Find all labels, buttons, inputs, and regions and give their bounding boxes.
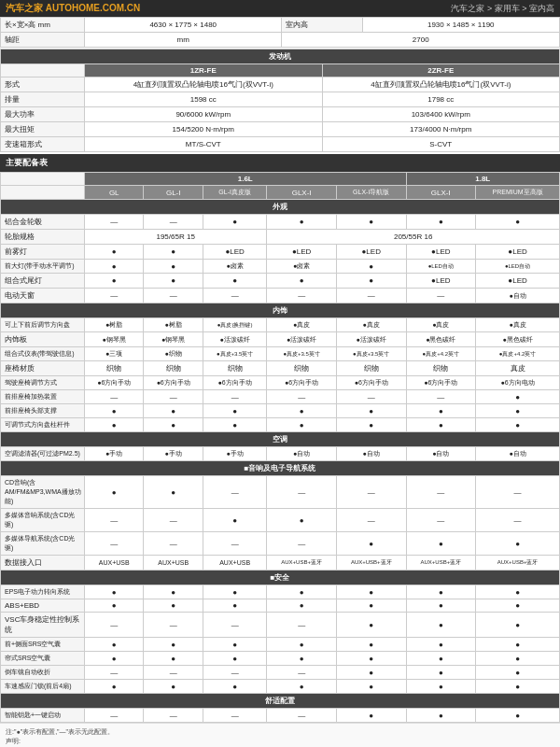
dim-label: 长×宽×高 mm (1, 18, 85, 33)
interior-dim-label: 室内高 (282, 18, 362, 33)
site-logo: 汽车之家 AUTOHOME.COM.CN (6, 2, 140, 15)
seat-material-label: 座椅材质 (1, 361, 85, 376)
rear-support-label: 前排座椅头部支撑 (1, 404, 85, 418)
wheelbase-label: 轴距 (1, 33, 85, 48)
seat-adj-label: 驾驶座椅调节方式 (1, 376, 85, 390)
vsc-label: VSC车身稳定性控制系统 (1, 613, 85, 638)
headlight-label: 前大灯(带手动水平调节) (1, 260, 85, 274)
nav-label: 多媒体导航系统(含CD光驱) (1, 532, 85, 556)
engine2-power: 103/6400 kW/rpm (322, 107, 560, 122)
eps-label: EPS电子动力转向系统 (1, 585, 85, 599)
engine2-transmission: S-CVT (322, 137, 560, 152)
seat-heat-label: 前排座椅加热装置 (1, 390, 85, 404)
notes-section: 注:"●"表示有配置,"—"表示无此配置。 声明: ●以上样本中各部件内容仅供买… (0, 723, 560, 747)
interior-dim-value: 1930 × 1485 × 1190 (362, 18, 559, 33)
torque-label: 最大扭矩 (1, 122, 85, 137)
breadcrumb: 汽车之家 > 家用车 > 室内高 (451, 3, 554, 15)
engine2-displacement: 1798 cc (322, 92, 560, 107)
wheel-label: 铝合金轮毂 (1, 215, 85, 230)
audio-section: ■音响及电子导航系统 (1, 461, 560, 476)
engine2-torque: 173/4000 N·m/rpm (322, 122, 560, 137)
model-premium: PREMIUM至高版 (476, 186, 560, 200)
main-config-title: 主要配备表 (0, 154, 560, 172)
top-bar: 汽车之家 AUTOHOME.COM.CN 汽车之家 > 家用车 > 室内高 (0, 0, 560, 17)
taillight-label: 组合式尾灯 (1, 274, 85, 289)
model-glxi: GLX-I (267, 186, 337, 200)
note-2: 声明: (6, 737, 554, 746)
engine-section-header: 发动机 (1, 49, 560, 64)
abs-label: ABS+EBD (1, 599, 85, 613)
engine1-torque: 154/5200 N·m/rpm (85, 122, 323, 137)
door-lock-label: 车速感应门锁(前后4扇) (1, 680, 85, 694)
smart-key-label: 智能钥匙+一键启动 (1, 709, 85, 723)
dash-trim-label: 内饰板 (1, 332, 85, 347)
airbag-front-label: 前+侧面SRS空气囊 (1, 638, 85, 652)
empty-header (1, 173, 85, 186)
dim-value: 4630 × 1775 × 1480 (85, 18, 282, 33)
fog-label: 前雾灯 (1, 245, 85, 260)
group1-header: 1.6L (85, 173, 407, 186)
engine1-transmission: MT/S-CVT (85, 137, 323, 152)
model-gli-leather: GL-I真皮版 (203, 186, 266, 200)
data-port-label: 数据接入口 (1, 556, 85, 571)
model-glxi-18: GLX-I (406, 186, 476, 200)
exterior-section: 外观 (1, 200, 560, 215)
sliding-label: 可调节式方向盘柱杆件 (1, 418, 85, 432)
note-1: 注:"●"表示有配置,"—"表示无此配置。 (6, 727, 554, 737)
engine1-power: 90/6000 kW/rpm (85, 107, 323, 122)
empty (1, 186, 85, 200)
wheelbase-value: 2700 (282, 33, 560, 48)
engine2-model: 2ZR-FE (322, 64, 560, 78)
model-glxi-nav: GLX-I导航版 (336, 186, 406, 200)
steering-label: 可上下前后调节方向盘 (1, 318, 85, 332)
cluster-label: 组合式仪表(带驾驶信息) (1, 347, 85, 361)
airbag-curtain-label: 帘式SRS空气囊 (1, 652, 85, 666)
engine2-type: 4缸直列顶置双凸轮轴电喷16气门(双VVT-i) (322, 78, 560, 92)
group2-header: 1.8L (406, 173, 559, 186)
transmission-label: 变速箱形式 (1, 137, 85, 152)
engine1-type: 4缸直列顶置双凸轮轴电喷16气门(双VVT-i) (85, 78, 323, 92)
power-label: 最大功率 (1, 107, 85, 122)
ac-section: 空调 (1, 432, 560, 447)
mirror-fold-label: 倒车镜自动收折 (1, 666, 85, 680)
engine1-displacement: 1598 cc (85, 92, 323, 107)
multimedia-label: 多媒体音响系统(含CD光驱) (1, 509, 85, 532)
displacement-label: 排量 (1, 92, 85, 107)
sunroof-label: 电动天窗 (1, 289, 85, 303)
model-gli: GL-I (144, 186, 203, 200)
safety-section: ■安全 (1, 571, 560, 585)
tire-label: 轮胎规格 (1, 230, 85, 245)
wheelbase-unit: mm (85, 33, 282, 48)
engine-type-label: 形式 (1, 78, 85, 92)
cd-audio-label: CD音响(含AM/FM&MP3,WMA播放功能) (1, 476, 85, 509)
model-gl: GL (85, 186, 144, 200)
ac-filter-label: 空调滤清器(可过滤PM2.5) (1, 447, 85, 461)
empty-cell (1, 64, 85, 78)
engine1-model: 1ZR-FE (85, 64, 323, 78)
comfort-section: 舒适配置 (1, 694, 560, 709)
interior-section: 内饰 (1, 303, 560, 318)
